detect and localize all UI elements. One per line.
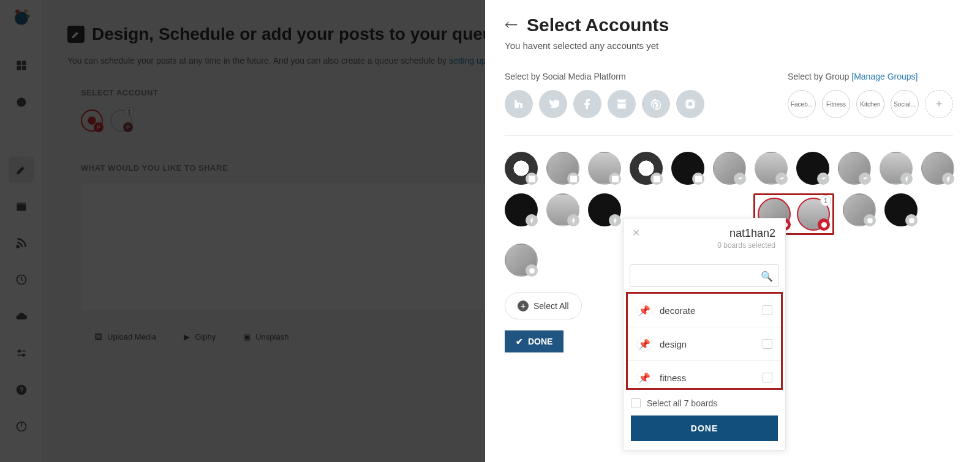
twitter-icon [817, 173, 829, 185]
twitter-icon [775, 173, 788, 185]
platform-filter-row [505, 90, 704, 118]
board-item[interactable]: 📌 decorate [628, 294, 781, 327]
svg-point-3 [26, 15, 29, 18]
facebook-icon [526, 214, 538, 226]
image-icon: 🖼 [94, 332, 102, 341]
svg-rect-4 [17, 61, 21, 65]
account-avatar[interactable] [671, 152, 704, 185]
group-filter-row: Faceb... Fitness Kitchen Social... + [788, 90, 953, 118]
board-checkbox[interactable] [763, 339, 772, 349]
nav-clock-icon[interactable] [9, 89, 34, 115]
nav-dashboard-icon[interactable] [9, 53, 34, 78]
instagram-icon [526, 264, 538, 277]
board-search-wrapper: 🔍 [630, 264, 779, 287]
account-avatar[interactable] [713, 152, 746, 185]
group-chip[interactable]: Fitness [822, 90, 850, 118]
account-avatar[interactable] [546, 152, 579, 185]
group-chip[interactable]: Kitchen [856, 90, 884, 118]
unsplash-button[interactable]: ▣Unsplash [230, 325, 303, 349]
board-item[interactable]: 📌 fitness [628, 361, 781, 388]
select-all-checkbox[interactable] [631, 398, 641, 408]
pinterest-icon [818, 218, 830, 231]
nav-settings-icon[interactable] [9, 340, 34, 366]
nav-calendar-icon[interactable] [9, 193, 34, 219]
unsplash-icon: ▣ [243, 332, 251, 341]
pinterest-account-avatar[interactable]: 1 [797, 198, 830, 231]
account-avatar[interactable] [505, 244, 538, 277]
account-avatar[interactable] [843, 193, 876, 226]
back-arrow-icon[interactable]: 🡐 [505, 17, 518, 33]
app-logo [10, 6, 32, 28]
nav-rss-icon[interactable] [9, 230, 34, 256]
svg-point-1 [15, 9, 20, 13]
select-all-boards-row[interactable]: Select all 7 boards [631, 398, 778, 408]
svg-rect-10 [17, 203, 26, 204]
nav-compose-icon[interactable] [9, 157, 34, 182]
instagram-icon [905, 214, 918, 226]
facebook-platform-icon[interactable] [573, 90, 601, 118]
pin-icon: 📌 [636, 370, 652, 386]
page-title: Design, Schedule or add your posts to yo… [92, 24, 503, 44]
add-group-button[interactable]: + [925, 90, 953, 118]
compose-header-icon [67, 26, 85, 43]
pinterest-account-badge[interactable]: P [81, 110, 103, 132]
nav-help-icon[interactable]: ? [9, 377, 34, 403]
linkedin-icon [609, 173, 621, 185]
giphy-button[interactable]: ▶Giphy [170, 325, 230, 349]
boards-done-button[interactable]: DONE [631, 415, 778, 441]
manage-groups-link[interactable]: [Manage Groups] [851, 72, 918, 81]
boards-list-highlight: 📌 decorate 📌 design 📌 fitness 📌 [626, 292, 783, 390]
boards-selected-count: 0 boards selected [633, 241, 775, 250]
svg-point-20 [693, 100, 695, 102]
select-all-button[interactable]: + Select All [505, 292, 582, 319]
nav-logout-icon[interactable] [9, 414, 34, 439]
gmb-platform-icon[interactable] [608, 90, 636, 118]
facebook-icon [942, 173, 954, 185]
linkedin-icon [567, 173, 579, 185]
upload-media-button[interactable]: 🖼Upload Media [81, 325, 170, 349]
account-avatar[interactable] [505, 152, 538, 185]
twitter-icon [859, 173, 871, 185]
nav-cloud-icon[interactable] [9, 304, 34, 329]
board-search-input[interactable] [630, 264, 779, 287]
linkedin-icon [526, 173, 538, 185]
twitter-platform-icon[interactable] [539, 90, 567, 118]
instagram-platform-icon[interactable] [676, 90, 704, 118]
account-avatar[interactable] [838, 152, 871, 185]
group-chip[interactable]: Social... [891, 90, 919, 118]
svg-rect-5 [21, 61, 26, 65]
svg-rect-24 [654, 176, 660, 182]
pinterest-mini-icon: P [94, 122, 104, 132]
board-checkbox[interactable] [763, 305, 772, 315]
svg-rect-25 [695, 176, 702, 182]
close-icon[interactable]: ✕ [632, 227, 640, 239]
account-avatar[interactable] [796, 152, 829, 185]
svg-point-8 [17, 98, 26, 107]
account-avatar[interactable] [630, 152, 663, 185]
pinterest-platform-icon[interactable] [642, 90, 670, 118]
account-avatar[interactable] [755, 152, 788, 185]
svg-point-11 [17, 245, 18, 247]
done-button[interactable]: ✔ DONE [505, 330, 564, 352]
group-chip[interactable]: Faceb... [788, 90, 816, 118]
plus-icon: + [518, 300, 529, 311]
svg-rect-23 [612, 176, 619, 182]
account-avatar[interactable] [588, 193, 621, 226]
account-avatar[interactable] [884, 193, 918, 226]
board-checkbox[interactable] [763, 373, 772, 382]
group-select-label: Select by Group [Manage Groups] [788, 72, 953, 81]
svg-rect-30 [529, 268, 534, 273]
left-sidebar: ? [0, 0, 43, 462]
account-avatar[interactable] [505, 193, 538, 226]
account-avatar[interactable] [588, 152, 621, 185]
account-avatar[interactable] [880, 152, 913, 185]
pinterest-boards-popup: ✕ nat1han2 0 boards selected 🔍 📌 decorat… [623, 218, 786, 450]
account-avatar[interactable] [546, 193, 579, 226]
nav-history-icon[interactable] [9, 267, 34, 292]
boards-list[interactable]: 📌 decorate 📌 design 📌 fitness 📌 [628, 294, 781, 388]
linkedin-platform-icon[interactable] [505, 90, 533, 118]
pinterest-account-badge-2[interactable]: 1 P [110, 110, 132, 132]
board-item[interactable]: 📌 design [628, 327, 781, 361]
account-avatar[interactable] [921, 152, 954, 185]
svg-point-12 [18, 349, 21, 352]
